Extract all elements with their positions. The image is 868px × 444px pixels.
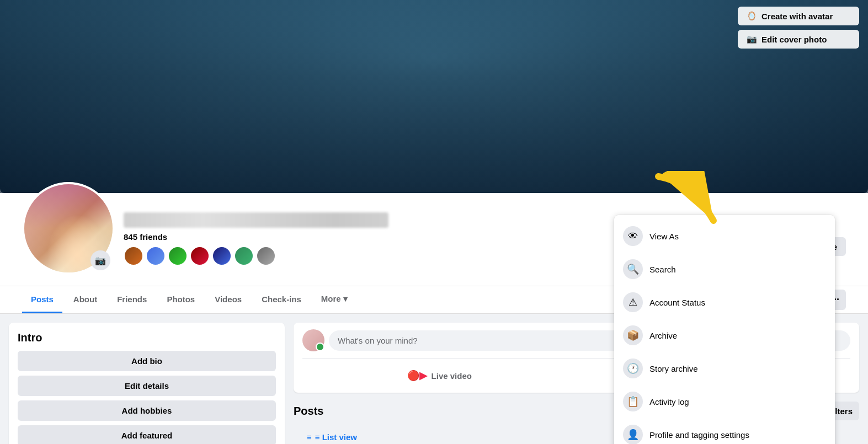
list-view-tab[interactable]: ≡ ≡ List view <box>294 427 370 444</box>
search-label: Search <box>649 265 676 274</box>
add-bio-button[interactable]: Add bio <box>18 351 276 371</box>
friend-avatar-7[interactable] <box>256 246 276 266</box>
live-video-icon: 🔴▶ <box>407 370 427 382</box>
tab-friends[interactable]: Friends <box>108 287 156 313</box>
cover-buttons: 🪞 Create with avatar 📷 Edit cover photo <box>738 7 859 49</box>
dropdown-menu: 👁 View As 🔍 Search ⚠ Account Status 📦 Ar… <box>614 215 835 444</box>
friend-avatar-1[interactable] <box>124 246 143 266</box>
account-status-icon: ⚠ <box>623 292 643 312</box>
view-as-label: View As <box>649 232 679 241</box>
profile-page: 🪞 Create with avatar 📷 Edit cover photo … <box>0 0 868 444</box>
camera-icon: 📷 <box>747 34 757 44</box>
profile-avatar-row: 📷 845 friends <box>22 182 388 275</box>
list-icon: ≡ <box>307 432 312 442</box>
profile-name-blur <box>124 212 388 228</box>
archive-label: Archive <box>649 331 677 340</box>
search-icon: 🔍 <box>623 259 643 279</box>
tab-photos[interactable]: Photos <box>158 287 204 313</box>
friend-avatar-6[interactable] <box>234 246 254 266</box>
add-hobbies-button[interactable]: Add hobbies <box>18 400 276 421</box>
friend-avatar-2[interactable] <box>146 246 166 266</box>
edit-details-button[interactable]: Edit details <box>18 376 276 396</box>
account-status-label: Account Status <box>649 298 705 307</box>
dropdown-search[interactable]: 🔍 Search <box>614 253 835 286</box>
avatar-icon: 🪞 <box>747 11 757 21</box>
story-archive-label: Story archive <box>649 364 698 373</box>
dropdown-account-status[interactable]: ⚠ Account Status <box>614 286 835 319</box>
activity-log-icon: 📋 <box>623 392 643 411</box>
view-as-icon: 👁 <box>623 226 643 246</box>
intro-card: Intro Add bio Edit details Add hobbies A… <box>9 323 285 444</box>
profile-tagging-icon: 👤 <box>623 425 643 444</box>
live-video-button[interactable]: 🔴▶ Live video <box>302 365 577 386</box>
tab-videos[interactable]: Videos <box>206 287 251 313</box>
friend-avatars <box>124 246 388 266</box>
friend-avatar-5[interactable] <box>212 246 232 266</box>
tab-checkins[interactable]: Check-ins <box>253 287 310 313</box>
posts-title: Posts <box>294 405 323 418</box>
create-avatar-button[interactable]: 🪞 Create with avatar <box>738 7 859 25</box>
dropdown-profile-tagging[interactable]: 👤 Profile and tagging settings <box>614 418 835 444</box>
avatar-wrapper: 📷 <box>22 182 115 275</box>
friend-avatar-4[interactable] <box>190 246 210 266</box>
camera-small-icon: 📷 <box>95 255 106 266</box>
tab-more[interactable]: More ▾ <box>312 286 356 313</box>
cover-photo: 🪞 Create with avatar 📷 Edit cover photo <box>0 0 868 193</box>
dropdown-view-as[interactable]: 👁 View As <box>614 220 835 253</box>
add-featured-button[interactable]: Add featured <box>18 425 276 444</box>
friend-avatar-3[interactable] <box>168 246 188 266</box>
story-archive-icon: 🕐 <box>623 359 643 378</box>
intro-title: Intro <box>18 331 276 344</box>
composer-placeholder: What's on your mind? <box>338 336 418 345</box>
friends-count[interactable]: 845 friends <box>124 232 388 242</box>
profile-name-section: 845 friends <box>124 208 388 275</box>
tab-about[interactable]: About <box>65 287 106 313</box>
dropdown-story-archive[interactable]: 🕐 Story archive <box>614 352 835 385</box>
change-avatar-button[interactable]: 📷 <box>90 250 110 270</box>
dropdown-activity-log[interactable]: 📋 Activity log <box>614 385 835 418</box>
edit-cover-button[interactable]: 📷 Edit cover photo <box>738 30 859 49</box>
tab-posts[interactable]: Posts <box>22 287 62 313</box>
composer-avatar <box>302 329 324 351</box>
left-column: Intro Add bio Edit details Add hobbies A… <box>9 323 285 444</box>
profile-tagging-label: Profile and tagging settings <box>649 430 749 440</box>
dropdown-archive[interactable]: 📦 Archive <box>614 319 835 352</box>
archive-icon: 📦 <box>623 325 643 345</box>
activity-log-label: Activity log <box>649 397 689 406</box>
